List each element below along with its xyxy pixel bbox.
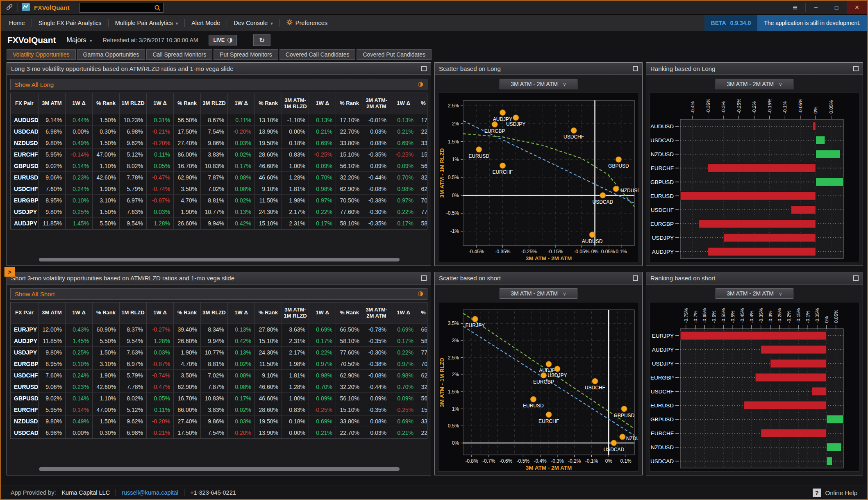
scatter-point[interactable] bbox=[620, 434, 625, 440]
table-row[interactable]: USDJPY9.80%0.25%1.50%7.63%0.03%1.90%10.7… bbox=[11, 347, 427, 358]
search-icon[interactable] bbox=[154, 5, 161, 13]
table-row[interactable]: USDCAD6.98%0.00%0.30%6.98%-0.21%17.50%7.… bbox=[11, 427, 427, 439]
live-toggle[interactable]: LIVE bbox=[209, 35, 237, 45]
table-row[interactable]: GBPUSD9.02%0.14%1.10%8.02%0.05%16.70%10.… bbox=[11, 160, 427, 172]
ranking-bar[interactable] bbox=[770, 359, 827, 368]
table-row[interactable]: NZDUSD9.80%0.49%1.50%9.62%-0.20%27.40%9.… bbox=[11, 416, 427, 427]
nav-item-preferences[interactable]: Preferences bbox=[283, 19, 331, 27]
scatter-point[interactable] bbox=[546, 412, 552, 418]
table-row[interactable]: EURGBP8.95%0.10%3.10%6.97%-0.87%4.70%8.8… bbox=[11, 195, 427, 206]
horizontal-scrollbar[interactable] bbox=[39, 258, 400, 261]
column-header[interactable]: 1W Δ bbox=[66, 93, 93, 114]
table-row[interactable]: NZDUSD9.80%0.49%1.50%9.62%-0.20%27.40%9.… bbox=[11, 137, 427, 149]
column-header[interactable]: % Rank bbox=[417, 93, 427, 114]
scatter-point[interactable] bbox=[611, 440, 617, 446]
column-header[interactable]: 1M RLZD bbox=[120, 93, 147, 114]
ranking-bar[interactable] bbox=[755, 373, 827, 382]
scatter-point[interactable] bbox=[541, 373, 546, 378]
show-all-long-button[interactable]: Show All Long bbox=[10, 79, 427, 90]
window-menu-icon[interactable] bbox=[785, 1, 805, 14]
provider-email-link[interactable]: russell@kuma.capital bbox=[122, 489, 178, 496]
column-header[interactable]: FX Pair bbox=[11, 302, 39, 324]
column-header[interactable]: 3M RLZD bbox=[201, 302, 228, 324]
column-header[interactable]: % Rank bbox=[93, 302, 120, 324]
scatter-point[interactable] bbox=[600, 193, 606, 198]
measure-dropdown[interactable]: 3M ATM - 2M ATM bbox=[716, 79, 793, 89]
nav-item-dev-console[interactable]: Dev Console bbox=[230, 20, 276, 26]
maximize-panel-icon[interactable] bbox=[633, 66, 638, 71]
column-header[interactable]: % Rank bbox=[255, 302, 282, 324]
column-header[interactable]: 3M ATM-1M RLZD bbox=[282, 93, 309, 114]
column-header[interactable]: 1W Δ bbox=[147, 302, 174, 324]
ranking-bar[interactable] bbox=[699, 220, 816, 228]
scatter-point[interactable] bbox=[613, 186, 619, 192]
ranking-bar[interactable] bbox=[680, 192, 816, 200]
scatter-point[interactable] bbox=[530, 396, 536, 402]
scatter-point[interactable] bbox=[592, 378, 598, 384]
close-button[interactable] bbox=[847, 1, 867, 14]
scatter-point[interactable] bbox=[554, 366, 560, 372]
column-header[interactable]: 1W Δ bbox=[228, 302, 255, 324]
column-header[interactable]: 1W Δ bbox=[309, 93, 336, 114]
maximize-panel-icon[interactable] bbox=[421, 275, 427, 281]
column-header[interactable]: 1W Δ bbox=[309, 302, 336, 324]
table-row[interactable]: USDCAD6.98%0.00%0.30%6.98%-0.21%17.50%7.… bbox=[11, 126, 427, 137]
scatter-point[interactable] bbox=[616, 157, 621, 162]
ranking-bar[interactable] bbox=[744, 401, 827, 409]
nav-item-alert-mode[interactable]: Alert Mode bbox=[188, 20, 223, 26]
column-header[interactable]: 1W Δ bbox=[228, 93, 255, 114]
table-row[interactable]: AUDJPY11.85%1.45%5.50%9.54%1.28%26.60%9.… bbox=[11, 335, 427, 347]
table-row[interactable]: EURUSD9.06%0.23%42.60%7.78%-0.47%62.90%7… bbox=[11, 381, 427, 393]
scatter-point[interactable] bbox=[500, 110, 505, 116]
tab-covered-put-candidates[interactable]: Covered Put Candidates bbox=[357, 49, 432, 60]
table-row[interactable]: USDCHF7.60%0.24%1.90%5.79%-0.74%3.50%7.0… bbox=[11, 370, 427, 381]
nav-item-single-fx-pair-analytics[interactable]: Single FX Pair Analytics bbox=[35, 20, 105, 26]
table-row[interactable]: EURUSD9.06%0.23%42.60%7.78%-0.47%62.90%7… bbox=[11, 172, 427, 183]
column-header[interactable]: % Rank bbox=[255, 93, 282, 114]
link-icon[interactable] bbox=[6, 3, 13, 12]
column-header[interactable]: 1W Δ bbox=[390, 93, 417, 114]
ranking-bar[interactable] bbox=[761, 345, 827, 354]
column-header[interactable]: % Rank bbox=[174, 93, 201, 114]
table-row[interactable]: USDCHF7.60%0.24%1.90%5.79%-0.74%3.50%7.0… bbox=[11, 183, 427, 195]
tab-covered-call-candidates[interactable]: Covered Call Candidates bbox=[279, 49, 356, 60]
ranking-bar[interactable] bbox=[816, 136, 825, 144]
ranking-bar[interactable] bbox=[827, 457, 832, 465]
online-help-link[interactable]: Online Help bbox=[825, 489, 857, 496]
ranking-bar[interactable] bbox=[791, 206, 816, 214]
measure-dropdown[interactable]: 3M ATM - 2M ATM bbox=[500, 79, 577, 89]
scatter-point[interactable] bbox=[476, 147, 482, 152]
table-row[interactable]: EURCHF5.95%-0.14%47.00%5.12%0.11%86.00%3… bbox=[11, 149, 427, 160]
column-header[interactable]: % Rank bbox=[336, 93, 363, 114]
table-row[interactable]: EURGBP8.95%0.10%3.10%6.97%-0.87%4.70%8.8… bbox=[11, 358, 427, 370]
column-header[interactable]: FX Pair bbox=[11, 93, 39, 114]
tab-put-spread-monitors[interactable]: Put Spread Monitors bbox=[214, 49, 278, 60]
table-row[interactable]: EURCHF5.95%-0.14%47.00%5.12%0.11%86.00%3… bbox=[11, 404, 427, 416]
maximize-panel-icon[interactable] bbox=[421, 66, 427, 71]
column-header[interactable]: % Rank bbox=[336, 302, 363, 324]
scatter-point[interactable] bbox=[492, 122, 498, 127]
column-header[interactable]: 3M ATM-2M ATM bbox=[363, 302, 390, 324]
ranking-bar[interactable] bbox=[708, 248, 816, 256]
ranking-bar[interactable] bbox=[827, 443, 842, 451]
column-header[interactable]: 1W Δ bbox=[147, 93, 174, 114]
show-all-short-button[interactable]: Show All Short bbox=[10, 288, 427, 300]
column-header[interactable]: 3M ATM bbox=[39, 93, 66, 114]
horizontal-scrollbar[interactable] bbox=[39, 467, 400, 471]
scatter-point[interactable] bbox=[571, 127, 577, 133]
column-header[interactable]: 3M ATM-1M RLZD bbox=[282, 302, 309, 324]
ranking-bar[interactable] bbox=[761, 429, 827, 437]
scatter-point[interactable] bbox=[500, 163, 505, 168]
maximize-panel-icon[interactable] bbox=[853, 275, 859, 281]
column-header[interactable]: 3M ATM bbox=[39, 302, 66, 324]
search-input[interactable] bbox=[80, 3, 163, 12]
ranking-bar[interactable] bbox=[708, 164, 816, 172]
column-header[interactable]: 3M RLZD bbox=[201, 93, 228, 114]
maximize-panel-icon[interactable] bbox=[633, 275, 638, 281]
scatter-point[interactable] bbox=[621, 406, 627, 412]
tab-call-spread-monitors[interactable]: Call Spread Monitors bbox=[146, 49, 212, 60]
column-header[interactable]: % Rank bbox=[417, 302, 427, 324]
column-header[interactable]: 3M ATM-2M ATM bbox=[363, 93, 390, 114]
table-row[interactable]: AUDJPY11.85%1.45%5.50%9.54%1.28%26.60%9.… bbox=[11, 218, 427, 229]
ranking-bar[interactable] bbox=[813, 122, 816, 130]
